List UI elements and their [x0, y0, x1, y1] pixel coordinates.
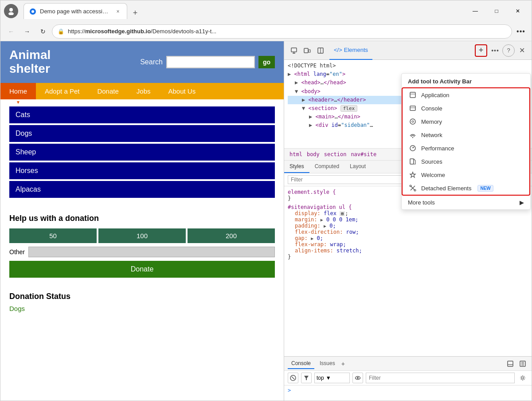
nav-item-home[interactable]: Home [0, 83, 36, 99]
console-input-row: > [284, 385, 532, 395]
console-context-select[interactable]: top ▼ [314, 373, 350, 383]
nav-item-jobs[interactable]: Jobs [128, 83, 160, 99]
new-tab-button[interactable]: + [129, 7, 141, 19]
dom-main[interactable]: ▶ <main>…</main> [288, 113, 528, 121]
dom-body[interactable]: ▼ <body> [288, 87, 528, 96]
donate-button[interactable]: Donate [9, 261, 275, 278]
svg-rect-8 [309, 50, 310, 52]
devtools-panel: </> Elements + ••• ? ✕ <!DOCTYPE html> ▶… [284, 41, 532, 401]
breadcrumb-section[interactable]: section [322, 150, 348, 158]
devtools-close-button[interactable]: ✕ [516, 44, 528, 57]
amount-50-button[interactable]: 50 [9, 228, 97, 243]
animal-item-sheep[interactable]: Sheep [9, 144, 275, 161]
forward-button[interactable]: → [20, 24, 34, 39]
add-console-tab-button[interactable]: + [341, 360, 345, 367]
console-bar: top ▼ [284, 371, 532, 385]
devtools-more-button[interactable]: ••• [489, 44, 501, 57]
dom-div-sidebar[interactable]: ▶ <div id="sideban"… [288, 121, 528, 130]
computed-tab[interactable]: Computed [309, 161, 344, 173]
site-search: Search go [140, 56, 275, 68]
svg-rect-11 [508, 361, 513, 366]
console-tab[interactable]: Console [288, 358, 314, 369]
nav-item-donate[interactable]: Donate [88, 83, 127, 99]
donation-section: Help us with a donation 50 100 200 Other… [0, 207, 284, 285]
minimize-button[interactable]: — [465, 4, 485, 18]
maximize-button[interactable]: □ [486, 4, 507, 18]
animal-item-cats[interactable]: Cats [9, 106, 275, 123]
console-filter-button[interactable] [301, 373, 312, 383]
svg-rect-4 [291, 48, 297, 52]
console-settings-icon[interactable] [517, 358, 528, 369]
search-go-button[interactable]: go [258, 56, 275, 68]
main-area: Animal shelter Search go Home Adopt a Pe… [0, 41, 532, 401]
tab-bar: Demo page with accessibility issu × + [23, 3, 463, 19]
breadcrumb-html[interactable]: html [288, 150, 304, 158]
svg-rect-7 [304, 48, 308, 53]
styles-filter-input[interactable] [288, 175, 528, 184]
address-bold: microsoftedge.github.io [85, 28, 151, 35]
website-panel: Animal shelter Search go Home Adopt a Pe… [0, 41, 284, 401]
inspect-element-button[interactable] [288, 44, 300, 57]
amount-100-button[interactable]: 100 [98, 228, 186, 243]
dom-section[interactable]: ▼ <section> flex [288, 104, 528, 113]
other-amount-row: Other [9, 247, 275, 257]
devtools-tabs: </> Elements [329, 41, 473, 60]
site-nav-rule: #sitenavigation ul { styles.css:156 disp… [288, 204, 528, 260]
dom-header[interactable]: ▶ <header>…</header> [288, 96, 528, 104]
site-nav: Home Adopt a Pet Donate Jobs About Us [0, 83, 284, 99]
donation-status: Donation Status Dogs [0, 285, 284, 319]
device-emulation-button[interactable] [301, 44, 313, 57]
nav-item-about[interactable]: About Us [159, 83, 204, 99]
animal-item-dogs[interactable]: Dogs [9, 125, 275, 142]
window-controls: — □ ✕ [465, 4, 528, 18]
donation-amounts: 50 100 200 [9, 228, 275, 243]
other-label: Other [9, 248, 25, 256]
add-tool-button[interactable]: + [475, 44, 487, 57]
layout-tab[interactable]: Layout [344, 161, 371, 173]
other-input[interactable] [28, 247, 275, 257]
panel-layout-button[interactable] [314, 44, 327, 57]
window-controls-left [4, 4, 18, 18]
animal-item-alpacas[interactable]: Alpacas [9, 181, 275, 198]
search-label: Search [140, 58, 163, 66]
profile-icon[interactable] [4, 4, 18, 18]
console-tabs: Console Issues + [284, 357, 532, 371]
dom-head[interactable]: ▶ <head>…</head> [288, 79, 528, 87]
devtools-help-button[interactable]: ? [502, 44, 515, 57]
back-button[interactable]: ← [4, 24, 18, 39]
svg-marker-19 [304, 376, 309, 380]
svg-point-3 [31, 10, 34, 13]
console-dock-button[interactable] [505, 358, 516, 369]
filter-bar [284, 173, 532, 186]
tab-elements[interactable]: </> Elements [329, 41, 372, 60]
active-tab[interactable]: Demo page with accessibility issu × [23, 3, 127, 19]
console-toolbar [505, 358, 528, 369]
console-panel: Console Issues + [284, 356, 532, 401]
close-button[interactable]: ✕ [508, 4, 528, 18]
donation-title: Help us with a donation [9, 214, 275, 223]
breadcrumb-body[interactable]: body [305, 150, 321, 158]
dom-html[interactable]: ▶ <html lang="en"> [288, 70, 528, 79]
issues-tab[interactable]: Issues [316, 358, 339, 369]
console-eye-button[interactable] [352, 373, 363, 383]
console-gear-button[interactable] [517, 373, 528, 383]
breadcrumb-nav[interactable]: nav#site [349, 150, 378, 158]
styles-tab[interactable]: Styles [284, 161, 309, 173]
nav-item-adopt[interactable]: Adopt a Pet [36, 83, 88, 99]
address-box[interactable]: 🔒 https://microsoftedge.github.io/Demos/… [52, 24, 512, 39]
svg-line-18 [292, 377, 294, 379]
amount-200-button[interactable]: 200 [188, 228, 275, 243]
status-item-dogs: Dogs [9, 305, 275, 312]
animal-item-horses[interactable]: Horses [9, 162, 275, 179]
console-clear-button[interactable] [288, 373, 298, 383]
console-filter-input[interactable] [366, 373, 515, 383]
browser-more-button[interactable]: ••• [514, 24, 528, 39]
browser-window: Demo page with accessibility issu × + — … [0, 0, 532, 401]
tab-close-button[interactable]: × [114, 8, 121, 15]
svg-point-1 [8, 12, 14, 16]
svg-point-21 [357, 377, 359, 379]
dom-tree: <!DOCTYPE html> ▶ <html lang="en"> ▶ <he… [284, 60, 532, 149]
search-input[interactable] [166, 56, 255, 68]
title-bar: Demo page with accessibility issu × + — … [0, 0, 532, 22]
refresh-button[interactable]: ↻ [36, 24, 50, 39]
